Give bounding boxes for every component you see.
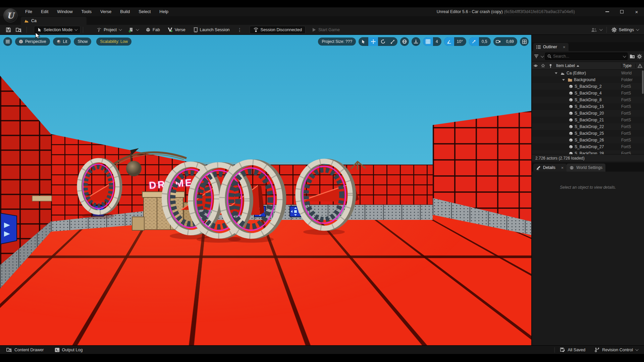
filter-icon[interactable] bbox=[534, 54, 539, 58]
rotation-snap-value[interactable]: 10° bbox=[454, 39, 466, 44]
world-space-toggle[interactable] bbox=[400, 37, 409, 46]
details-panel-body: Select an object to view details. bbox=[532, 172, 644, 345]
menu-edit[interactable]: Edit bbox=[37, 7, 53, 16]
collaboration-dropdown[interactable] bbox=[588, 26, 604, 34]
start-game-button[interactable]: Start Game bbox=[310, 26, 342, 34]
menu-build[interactable]: Build bbox=[116, 7, 134, 16]
camera-speed-button[interactable] bbox=[493, 37, 503, 46]
outliner-settings-icon[interactable] bbox=[637, 54, 642, 59]
outliner-row-mesh[interactable]: S_BackDrop_15 FortS bbox=[532, 103, 644, 110]
outliner-row-mesh[interactable]: S_BackDrop_27 FortS bbox=[532, 143, 644, 150]
grid-snap-toggle[interactable] bbox=[423, 37, 433, 46]
content-drawer-button[interactable]: Content Drawer bbox=[3, 346, 47, 354]
project-guid: (6c5b4fff3f3d41fe8167ba9ac37a04e5) bbox=[504, 9, 575, 14]
outliner-row-world[interactable]: Ca (Editor) World bbox=[532, 70, 644, 76]
chevron-down-icon[interactable] bbox=[541, 54, 544, 58]
outliner-row-mesh[interactable]: S_BackDrop_21 FortS bbox=[532, 117, 644, 123]
camera-speed-value[interactable]: 0,69 bbox=[503, 39, 517, 44]
close-tab-icon[interactable]: × bbox=[563, 45, 566, 50]
outliner-row-mesh[interactable]: S_BackDrop_2 FortS bbox=[532, 83, 644, 90]
launch-session-options-button[interactable]: ⋮ bbox=[233, 26, 246, 34]
verse-button[interactable]: Verse bbox=[165, 26, 188, 34]
minimize-button[interactable] bbox=[600, 7, 614, 16]
add-content-icon bbox=[128, 27, 134, 33]
vertical-dots-icon: ⋮ bbox=[236, 28, 244, 32]
rotate-icon bbox=[381, 39, 385, 44]
collapse-arrow-icon[interactable] bbox=[555, 72, 557, 74]
output-log-button[interactable]: Output Log bbox=[52, 346, 86, 354]
outliner-scrollbar[interactable] bbox=[642, 70, 644, 94]
quick-add-dropdown[interactable] bbox=[126, 26, 141, 34]
quad-view-icon bbox=[522, 40, 527, 44]
launch-session-button[interactable]: Launch Session bbox=[191, 26, 232, 34]
menu-file[interactable]: File bbox=[21, 7, 37, 16]
tab-details[interactable]: Details × bbox=[533, 164, 567, 172]
outliner-row-mesh[interactable]: S_BackDrop_4 FortS bbox=[532, 90, 644, 97]
item-label-column-header[interactable]: Item Label bbox=[554, 63, 621, 68]
scalability-badge[interactable]: Scalability: Low bbox=[96, 38, 131, 46]
grid-snap-value[interactable]: 4 bbox=[433, 39, 441, 44]
outliner-row-folder[interactable]: Background Folder bbox=[532, 76, 644, 83]
all-saved-button[interactable]: All Saved bbox=[557, 346, 588, 354]
warnings-column-header[interactable] bbox=[635, 64, 644, 68]
outliner-row-mesh[interactable]: S_BackDrop_28 FortS bbox=[532, 150, 644, 154]
maximize-viewport-button[interactable] bbox=[520, 37, 529, 46]
menu-tools[interactable]: Tools bbox=[77, 7, 96, 16]
close-tab-icon[interactable]: × bbox=[561, 165, 564, 170]
scale-tool-button[interactable] bbox=[388, 37, 397, 46]
maximize-button[interactable] bbox=[614, 7, 629, 16]
surface-snapping-button[interactable] bbox=[412, 37, 420, 46]
menu-help[interactable]: Help bbox=[155, 7, 173, 16]
scale-snap-toggle[interactable] bbox=[469, 37, 479, 46]
settings-dropdown[interactable]: Settings bbox=[609, 26, 641, 34]
search-input[interactable] bbox=[553, 54, 621, 59]
unreal-logo-icon[interactable]: U bbox=[3, 8, 17, 22]
select-tool-button[interactable] bbox=[359, 37, 368, 46]
outliner-column-header: Item Label Type bbox=[532, 62, 644, 70]
unreal-editor-window: U File Edit Window Tools Verse Build Sel… bbox=[0, 7, 644, 354]
window-title: Unreal Editor 5.6 - Car crash (copy) (6c… bbox=[437, 7, 575, 16]
menu-select[interactable]: Select bbox=[134, 7, 155, 16]
outliner-row-mesh[interactable]: S_BackDrop_25 FortS bbox=[532, 130, 644, 137]
type-column-header[interactable]: Type bbox=[621, 63, 635, 68]
outliner-list-icon bbox=[536, 45, 541, 49]
outliner-row-mesh[interactable]: S_BackDrop_20 FortS bbox=[532, 110, 644, 117]
move-tool-button[interactable] bbox=[368, 37, 378, 46]
menu-verse[interactable]: Verse bbox=[96, 7, 116, 16]
save-button[interactable] bbox=[3, 26, 13, 34]
outliner-row-mesh[interactable]: S_BackDrop_22 FortS bbox=[532, 123, 644, 130]
perspective-dropdown[interactable]: Perspective bbox=[15, 38, 50, 46]
tab-world-settings[interactable]: World Settings bbox=[567, 164, 605, 172]
create-folder-icon[interactable] bbox=[630, 54, 635, 59]
tab-level-ca[interactable]: Ca bbox=[21, 17, 87, 25]
revision-control-button[interactable]: Revision Control bbox=[592, 346, 641, 354]
outliner-row-mesh[interactable]: S_BackDrop_8 FortS bbox=[532, 97, 644, 103]
rotate-tool-button[interactable] bbox=[378, 37, 388, 46]
favorite-column-header[interactable] bbox=[539, 64, 547, 68]
outliner-search[interactable] bbox=[545, 53, 628, 60]
chevron-down-icon[interactable] bbox=[623, 54, 626, 58]
chevron-down-icon bbox=[136, 27, 139, 31]
fab-button[interactable]: Fab bbox=[143, 26, 162, 34]
close-button[interactable]: × bbox=[629, 7, 644, 16]
rotation-snap-toggle[interactable] bbox=[444, 37, 454, 46]
project-dropdown[interactable]: Project bbox=[94, 26, 123, 34]
menu-window[interactable]: Window bbox=[53, 7, 77, 16]
visibility-column-header[interactable] bbox=[532, 64, 539, 67]
tab-outliner[interactable]: Outliner × bbox=[533, 43, 569, 51]
viewport-options-button[interactable] bbox=[3, 37, 12, 46]
scale-snap-value[interactable]: 0,5 bbox=[479, 39, 491, 44]
lit-dropdown[interactable]: Lit bbox=[53, 38, 71, 46]
pin-column-header[interactable] bbox=[547, 64, 554, 68]
outliner-row-mesh[interactable]: S_BackDrop_26 FortS bbox=[532, 137, 644, 143]
viewport-3d[interactable]: DROME DROME bbox=[0, 35, 531, 345]
session-status-indicator[interactable]: Session Disconnected bbox=[250, 26, 306, 34]
gear-icon bbox=[611, 27, 617, 33]
static-mesh-icon bbox=[569, 152, 573, 154]
details-tab-strip: Details × World Settings bbox=[532, 163, 644, 172]
content-browser-button[interactable] bbox=[13, 26, 24, 34]
show-dropdown[interactable]: Show bbox=[74, 38, 91, 46]
project-size-badge[interactable]: Project Size: ??? bbox=[318, 38, 356, 46]
collapse-arrow-icon[interactable] bbox=[562, 79, 565, 81]
outliner-tree: Ca (Editor) World Background Folder S_Ba… bbox=[532, 70, 644, 154]
